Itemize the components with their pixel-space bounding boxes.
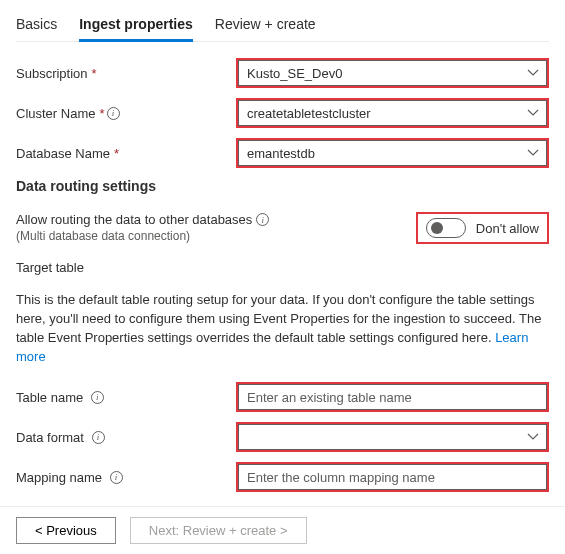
tab-ingest-properties[interactable]: Ingest properties	[79, 10, 193, 41]
table-name-label: Table name	[16, 390, 83, 405]
cluster-name-select[interactable]: createtabletestcluster	[238, 100, 547, 126]
tab-review-create[interactable]: Review + create	[215, 10, 316, 41]
required-asterisk: *	[99, 106, 104, 121]
cluster-name-label: Cluster Name	[16, 106, 95, 121]
required-asterisk: *	[92, 66, 97, 81]
allow-routing-toggle[interactable]	[426, 218, 466, 238]
target-table-heading: Target table	[16, 260, 549, 275]
allow-routing-sublabel: (Multi database data connection)	[16, 229, 269, 243]
table-name-input[interactable]	[238, 384, 547, 410]
target-table-description: This is the default table routing setup …	[16, 291, 549, 366]
wizard-footer: < Previous Next: Review + create >	[0, 506, 565, 512]
required-asterisk: *	[114, 146, 119, 161]
info-icon[interactable]: i	[256, 213, 269, 226]
subscription-select[interactable]: Kusto_SE_Dev0	[238, 60, 547, 86]
info-icon[interactable]: i	[107, 107, 120, 120]
mapping-name-input[interactable]	[238, 464, 547, 490]
database-name-label: Database Name	[16, 146, 110, 161]
data-format-select[interactable]	[238, 424, 547, 450]
subscription-label: Subscription	[16, 66, 88, 81]
tab-basics[interactable]: Basics	[16, 10, 57, 41]
info-icon[interactable]: i	[92, 431, 105, 444]
data-routing-settings-heading: Data routing settings	[16, 178, 549, 194]
info-icon[interactable]: i	[91, 391, 104, 404]
wizard-tabs: Basics Ingest properties Review + create	[16, 10, 549, 42]
database-name-select[interactable]: emantestdb	[238, 140, 547, 166]
data-format-label: Data format	[16, 430, 84, 445]
allow-routing-label: Allow routing the data to other database…	[16, 212, 252, 227]
info-icon[interactable]: i	[110, 471, 123, 484]
mapping-name-label: Mapping name	[16, 470, 102, 485]
toggle-state-label: Don't allow	[476, 221, 539, 236]
